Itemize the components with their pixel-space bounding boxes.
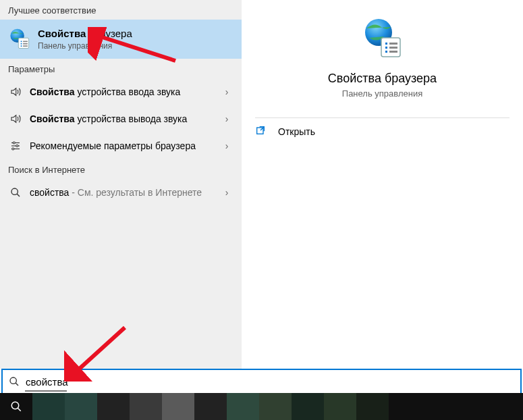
taskbar-tiles bbox=[32, 393, 523, 420]
svg-rect-6 bbox=[21, 45, 22, 47]
param-label: Рекомендуемые параметры браузера bbox=[30, 140, 220, 152]
taskbar-tile[interactable] bbox=[324, 393, 356, 420]
taskbar-tile[interactable] bbox=[356, 393, 389, 420]
svg-point-26 bbox=[10, 377, 16, 384]
taskbar-tile[interactable] bbox=[130, 393, 162, 420]
section-parameters: Параметры bbox=[0, 59, 242, 78]
globe-settings-icon bbox=[8, 28, 31, 51]
sliders-icon bbox=[8, 140, 23, 152]
chevron-right-icon: › bbox=[220, 187, 233, 198]
best-match-title: Свойства браузера bbox=[38, 28, 132, 40]
chevron-right-icon: › bbox=[220, 86, 233, 97]
taskbar-tile[interactable] bbox=[259, 393, 292, 420]
param-label: Свойства устройства вывода звука bbox=[30, 113, 220, 125]
detail-title: Свойства браузера bbox=[328, 72, 437, 86]
svg-rect-4 bbox=[21, 43, 22, 45]
param-item-sound-input[interactable]: Свойства устройства ввода звука › bbox=[0, 78, 242, 105]
svg-rect-7 bbox=[23, 45, 28, 47]
detail-panel: Свойства браузера Панель управления Откр… bbox=[242, 0, 523, 369]
detail-subtitle: Панель управления bbox=[342, 88, 422, 99]
section-best-match: Лучшее соответствие bbox=[0, 0, 242, 20]
svg-rect-22 bbox=[385, 51, 387, 53]
taskbar bbox=[0, 393, 523, 420]
svg-point-28 bbox=[11, 402, 19, 409]
svg-rect-21 bbox=[389, 47, 397, 49]
svg-point-13 bbox=[12, 148, 14, 150]
svg-point-14 bbox=[11, 188, 18, 194]
svg-point-9 bbox=[13, 142, 15, 144]
svg-rect-2 bbox=[21, 41, 22, 43]
chevron-right-icon: › bbox=[220, 140, 233, 151]
svg-line-27 bbox=[16, 383, 18, 386]
search-input[interactable] bbox=[26, 376, 520, 388]
svg-line-29 bbox=[18, 408, 21, 411]
open-label: Открыть bbox=[278, 126, 315, 137]
taskbar-tile[interactable] bbox=[32, 393, 65, 420]
svg-rect-23 bbox=[389, 51, 397, 53]
web-search-item[interactable]: свойства - См. результаты в Интернете › bbox=[0, 179, 242, 206]
svg-rect-18 bbox=[385, 43, 387, 45]
input-underline bbox=[25, 390, 67, 392]
param-label: Свойства устройства ввода звука bbox=[30, 86, 220, 98]
taskbar-tile[interactable] bbox=[162, 393, 194, 420]
taskbar-tile[interactable] bbox=[65, 393, 97, 420]
results-panel: Лучшее соответствие bbox=[0, 0, 242, 369]
svg-line-15 bbox=[17, 194, 20, 196]
search-icon bbox=[3, 376, 26, 387]
taskbar-tile[interactable] bbox=[292, 393, 324, 420]
search-box[interactable] bbox=[1, 369, 522, 394]
svg-rect-5 bbox=[23, 43, 28, 45]
svg-rect-1 bbox=[18, 38, 28, 48]
best-match-item[interactable]: Свойства браузера Панель управления bbox=[0, 20, 242, 59]
speaker-icon bbox=[8, 86, 23, 98]
globe-settings-icon bbox=[361, 18, 404, 61]
svg-rect-19 bbox=[389, 43, 397, 45]
taskbar-tile[interactable] bbox=[194, 393, 227, 420]
taskbar-tile[interactable] bbox=[97, 393, 130, 420]
taskbar-search-button[interactable] bbox=[0, 393, 32, 420]
svg-rect-20 bbox=[385, 47, 387, 49]
svg-rect-3 bbox=[23, 41, 28, 43]
open-icon bbox=[255, 125, 269, 138]
open-action[interactable]: Открыть bbox=[242, 118, 523, 145]
section-web-search: Поиск в Интернете bbox=[0, 159, 242, 179]
best-match-subtitle: Панель управления bbox=[38, 41, 132, 51]
param-item-sound-output[interactable]: Свойства устройства вывода звука › bbox=[0, 105, 242, 132]
speaker-icon bbox=[8, 113, 23, 125]
web-label: свойства - См. результаты в Интернете bbox=[30, 186, 220, 199]
chevron-right-icon: › bbox=[220, 113, 233, 124]
svg-point-11 bbox=[16, 145, 18, 147]
search-icon bbox=[8, 187, 23, 198]
param-item-browser-settings[interactable]: Рекомендуемые параметры браузера › bbox=[0, 132, 242, 159]
taskbar-tile[interactable] bbox=[227, 393, 259, 420]
